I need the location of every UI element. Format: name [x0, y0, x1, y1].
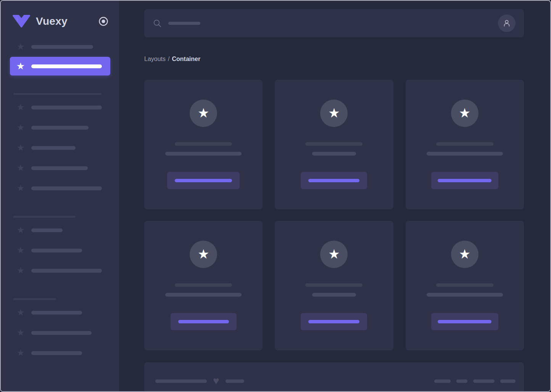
card-line-1 [305, 142, 362, 146]
card: ★ [144, 221, 263, 350]
star-icon: ★ [16, 328, 25, 337]
menu-item-bar [31, 331, 92, 335]
card: ★ [406, 221, 524, 350]
card-button-placeholder[interactable] [431, 313, 498, 330]
card-line-1 [175, 142, 232, 146]
button-label-bar [308, 320, 359, 323]
star-icon: ★ [328, 106, 340, 120]
user-avatar[interactable] [498, 14, 516, 32]
sidebar-item[interactable]: ★ [10, 158, 110, 178]
star-icon: ★ [16, 184, 25, 193]
sidebar-item[interactable]: ★ [10, 138, 110, 158]
footer-bar [500, 379, 516, 383]
star-icon: ★ [16, 143, 25, 152]
card-line-1 [436, 283, 493, 287]
card-line-2 [165, 152, 242, 156]
logo[interactable]: Vuexy [12, 14, 68, 28]
search-placeholder-bar [168, 22, 200, 25]
search-input[interactable] [153, 19, 498, 28]
card: ★ [275, 80, 393, 209]
sidebar-item-active[interactable]: ★ [10, 57, 110, 76]
sidebar-item[interactable]: ★ [10, 178, 110, 198]
section-header-bar [13, 298, 56, 300]
menu-item-bar [31, 106, 102, 109]
footer-bar [473, 379, 495, 383]
card-line-1 [436, 142, 493, 146]
breadcrumb-link[interactable]: Layouts [144, 56, 166, 63]
breadcrumb-separator: / [168, 56, 169, 63]
cards-grid: ★ ★ ★ ★ ★ [144, 80, 524, 350]
sidebar: Vuexy ★ ★ ★ ★ ★ [1, 1, 119, 391]
heart-icon: ♥ [213, 376, 219, 386]
card: ★ [406, 80, 524, 209]
sidebar-item[interactable]: ★ [10, 220, 110, 240]
card-avatar: ★ [320, 241, 348, 268]
star-icon: ★ [16, 266, 25, 275]
star-icon: ★ [16, 226, 25, 235]
menu-item-bar [31, 228, 63, 232]
menu-item-bar [31, 351, 82, 355]
group-items: ★ ★ ★ [10, 220, 110, 281]
menu-item-bar [31, 186, 102, 190]
card-line-2 [427, 293, 503, 297]
sidebar-group: ★ ★ ★ ★ ★ [10, 93, 110, 198]
star-icon: ★ [16, 246, 25, 255]
breadcrumb-current: Container [172, 56, 201, 63]
footer-left: ♥ [155, 376, 244, 386]
button-label-bar [308, 179, 359, 182]
menu-item-bar [31, 64, 102, 68]
top-navbar [144, 9, 524, 37]
sidebar-header: Vuexy [1, 1, 119, 28]
sidebar-item[interactable]: ★ [10, 343, 110, 363]
star-icon: ★ [459, 247, 470, 262]
star-icon: ★ [16, 349, 25, 357]
card-button-placeholder[interactable] [167, 172, 240, 189]
footer-row: ♥ [155, 376, 516, 386]
menu-pin-toggle[interactable] [98, 16, 108, 26]
card-line-1 [305, 283, 362, 287]
user-icon [502, 19, 511, 28]
logo-text: Vuexy [36, 15, 68, 27]
card-line-2 [165, 293, 242, 297]
menu-item-bar [31, 45, 93, 49]
footer-bar [434, 379, 451, 383]
card-button-placeholder[interactable] [431, 172, 498, 189]
search-icon [153, 19, 162, 28]
card-line-2 [312, 293, 356, 297]
card-button-placeholder[interactable] [301, 313, 367, 330]
sidebar-item[interactable]: ★ [10, 302, 110, 323]
star-icon: ★ [16, 164, 25, 172]
star-icon: ★ [16, 308, 25, 317]
button-label-bar [438, 320, 491, 323]
card-button-placeholder[interactable] [301, 172, 367, 189]
menu-item-bar [31, 269, 102, 273]
star-icon: ★ [16, 61, 25, 71]
sidebar-item[interactable]: ★ [10, 37, 110, 57]
footer-bar [226, 379, 244, 383]
sidebar-groups: ★ ★ ★ ★ ★ ★ ★ ★ ★ ★ ★ [10, 93, 110, 363]
section-header-bar [13, 216, 76, 218]
menu-item-bar [31, 146, 76, 150]
sidebar-group: ★ ★ ★ [10, 298, 110, 363]
star-icon: ★ [198, 247, 209, 262]
footer-right-bars [434, 379, 516, 383]
menu-item-bar [31, 311, 82, 315]
breadcrumb: Layouts / Container [144, 55, 524, 63]
group-items: ★ ★ ★ ★ ★ [10, 97, 110, 198]
group-items: ★ ★ ★ [10, 302, 110, 363]
bottom-card: ♥ [144, 362, 524, 392]
sidebar-item[interactable]: ★ [10, 117, 110, 138]
sidebar-item[interactable]: ★ [10, 260, 110, 281]
card-button-placeholder[interactable] [171, 313, 237, 330]
star-icon: ★ [16, 103, 25, 112]
sidebar-item[interactable]: ★ [10, 97, 110, 117]
logo-icon [12, 14, 31, 28]
footer-bar [155, 379, 207, 383]
sidebar-item[interactable]: ★ [10, 240, 110, 260]
star-icon: ★ [198, 106, 209, 120]
button-label-bar [438, 179, 491, 182]
button-label-bar [175, 179, 232, 182]
footer-bar [456, 379, 467, 383]
sidebar-item[interactable]: ★ [10, 323, 110, 343]
app-window: Vuexy ★ ★ ★ ★ ★ [0, 0, 551, 392]
